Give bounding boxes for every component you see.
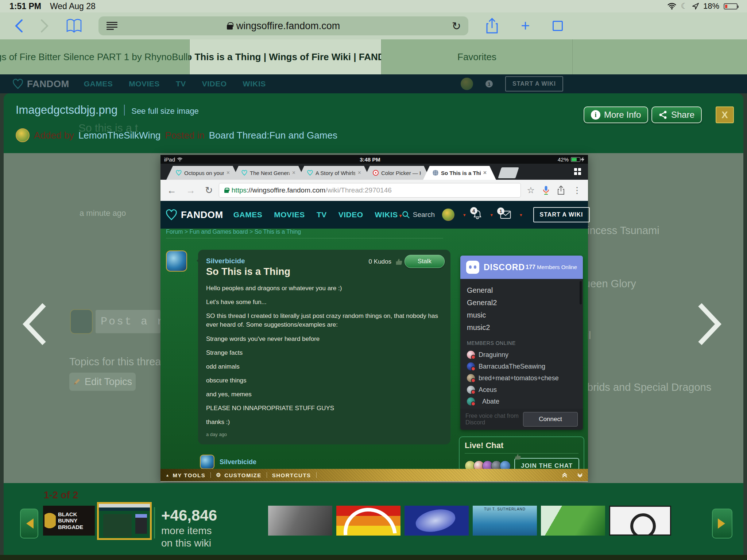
battery-icon [724, 3, 738, 9]
share-button[interactable] [486, 18, 498, 34]
tab-so-this-is-a-thing[interactable]: × So This is a Thing | Wings of Fire Wik… [190, 39, 382, 74]
fandom-brand-text: FANDOM [181, 209, 223, 221]
chrome-tab-close-icon[interactable]: × [358, 170, 361, 176]
uploader-avatar [16, 128, 30, 142]
more-items-line1: more items [161, 525, 217, 537]
post-author-link[interactable]: Silverbicide [220, 458, 256, 466]
ghost-timestamp: a minute ago [80, 209, 126, 218]
discord-logo-icon [466, 261, 479, 274]
back-button[interactable] [15, 19, 23, 33]
thumbnail-arrow-card[interactable] [336, 506, 400, 536]
nav-video[interactable]: VIDEO [338, 210, 363, 219]
nav-movies[interactable]: MOVIES [274, 210, 305, 219]
chrome-bookmark-star-icon[interactable]: ☆ [527, 185, 535, 195]
post-author-avatar[interactable] [200, 455, 214, 469]
nav-games-dim: GAMES [84, 79, 113, 88]
stalk-button[interactable]: Stalk [405, 255, 445, 268]
chrome-tab-close-icon[interactable]: × [483, 170, 487, 176]
nav-video-dim: VIDEO [202, 79, 227, 88]
discord-channel[interactable]: General2 [467, 296, 583, 309]
discord-channel[interactable]: music [467, 309, 583, 321]
chrome-tab-octopus[interactable]: Octopus on your f× [166, 166, 239, 180]
avatar-dim [461, 78, 473, 90]
post-paragraph: Strange words you've never heard before [206, 335, 442, 343]
nav-wikis[interactable]: WIKIS▾ [375, 210, 402, 219]
chrome-tab-label: The Next Generati [250, 170, 290, 176]
chrome-forward-button[interactable]: → [186, 185, 196, 196]
tab-favorites[interactable]: Favorites [382, 39, 573, 74]
customize-button[interactable]: ⚙CUSTOMIZE [216, 472, 262, 478]
pencil-icon [73, 378, 81, 386]
chrome-tab-color-picker[interactable]: Color Picker — HT [363, 166, 430, 180]
chrome-tab-switcher-icon[interactable] [574, 168, 581, 175]
thumbnail-text: BLACK BUNNY BRIGADE [58, 511, 95, 530]
search-icon [402, 211, 410, 219]
more-info-button[interactable]: i More Info [584, 106, 648, 123]
chrome-tab-so-this-is-a-thing[interactable]: So This is a Thing× [423, 166, 496, 180]
share-image-button[interactable]: Share [651, 106, 702, 123]
thumbnail-black-bunny-brigade[interactable]: BLACK BUNNY BRIGADE [43, 506, 95, 536]
chrome-tab-close-icon[interactable]: × [227, 170, 230, 176]
more-items-count: +46,846 [161, 506, 217, 525]
chrome-back-button[interactable]: ← [167, 185, 177, 196]
ghost-topic-glory: ueen Glory [584, 278, 636, 290]
chrome-new-tab-button[interactable] [498, 167, 519, 178]
nav-wikis-label: WIKIS [375, 210, 398, 219]
messages-envelope[interactable]: 1 [500, 210, 511, 219]
thumbnail-current-image-selected[interactable] [97, 502, 152, 540]
notifications-bell[interactable]: 4 [473, 210, 482, 219]
discord-channel[interactable]: General [467, 284, 583, 296]
start-a-wiki-button[interactable]: START A WIKI [533, 207, 590, 222]
lightbox-image[interactable]: iPad 3:48 PM 42% Octopus on your f× The … [160, 155, 588, 482]
scroll-down-icon[interactable] [577, 473, 583, 477]
member-avatar [467, 386, 475, 394]
ghost-edit-topics-label: Edit Topics [85, 376, 132, 388]
thumbnails-prev-button[interactable] [20, 509, 38, 538]
shortcuts-button[interactable]: SHORTCUTS [272, 472, 311, 478]
see-full-size-link[interactable]: See full size image [131, 106, 199, 116]
thumbnail-green-dragon[interactable] [541, 506, 605, 536]
tab-bitter-silence[interactable]: Wings of Fire Bitter Silence PART 1 by R… [0, 39, 190, 74]
chrome-tab-close-icon[interactable]: × [292, 170, 295, 176]
previous-image-button[interactable] [20, 302, 49, 346]
my-tools-button[interactable]: ▲MY TOOLS [166, 472, 205, 478]
chrome-tab-next-generation[interactable]: The Next Generati× [232, 166, 305, 180]
chrome-reload-button[interactable]: ↻ [205, 185, 213, 196]
thumbnail-blue-dragon[interactable] [405, 506, 469, 536]
thumbnail-white-card[interactable] [609, 506, 671, 536]
nav-wikis-dim: WIKIS [243, 79, 266, 88]
scroll-to-top-icon[interactable] [562, 472, 568, 478]
post-author-avatar[interactable] [166, 250, 187, 272]
inner-wifi-icon [177, 158, 182, 162]
search-control[interactable]: Search [402, 211, 435, 219]
tab-overview-button[interactable] [553, 21, 563, 31]
next-image-button[interactable] [695, 302, 724, 346]
thumbs-up-icon[interactable] [514, 453, 522, 460]
nav-games[interactable]: GAMES [233, 210, 263, 219]
chrome-address-bar[interactable]: https ://wingsoffire.fandom.com /wiki/Th… [219, 183, 521, 198]
discord-scrollbar[interactable] [580, 281, 582, 304]
bookmarks-button[interactable] [66, 18, 82, 34]
share-label: Share [671, 110, 694, 120]
chrome-tab-story-of-whirls[interactable]: A Story of Whirls× [298, 166, 371, 180]
thumbnail-book-cover[interactable]: TUI T. SUTHERLAND [473, 506, 537, 536]
fandom-logo[interactable]: FANDOM [166, 209, 223, 221]
member-name: bred+meat+tomatos+chese [479, 372, 559, 384]
discord-connect-button[interactable]: Connect [523, 412, 578, 427]
chrome-menu-icon[interactable]: ⋮ [573, 185, 581, 195]
thread-link[interactable]: Board Thread:Fun and Games [209, 130, 337, 141]
discord-channel[interactable]: music2 [467, 321, 583, 334]
reload-button[interactable]: ↻ [452, 20, 461, 32]
forward-button[interactable] [40, 19, 49, 33]
close-lightbox-button[interactable]: X [716, 106, 734, 123]
thumbnails-next-button[interactable] [712, 509, 732, 538]
inner-charging-icon [581, 157, 584, 162]
user-avatar[interactable] [442, 209, 454, 221]
nav-tv[interactable]: TV [317, 210, 327, 219]
chrome-share-icon[interactable] [557, 186, 565, 195]
breadcrumb[interactable]: Forum > Fun and Games board > So This is… [166, 229, 301, 235]
address-bar[interactable]: wingsoffire.fandom.com ↻ [98, 16, 468, 35]
new-tab-button[interactable]: + [521, 21, 530, 31]
thumbnail-bw-photo[interactable] [268, 506, 332, 536]
chrome-mic-icon[interactable] [543, 186, 549, 195]
